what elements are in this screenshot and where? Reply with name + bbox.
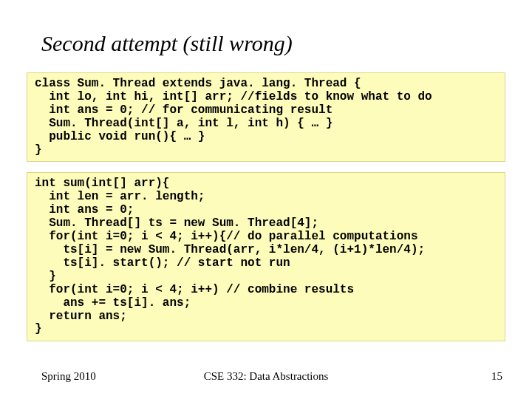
page-title: Second attempt (still wrong) — [41, 31, 505, 56]
code-block-1: class Sum. Thread extends java. lang. Th… — [27, 72, 505, 162]
footer: Spring 2010 CSE 332: Data Abstractions 1… — [0, 370, 532, 383]
footer-left: Spring 2010 — [41, 370, 96, 383]
code-block-2: int sum(int[] arr){ int len = arr. lengt… — [27, 172, 505, 341]
slide: Second attempt (still wrong) class Sum. … — [0, 0, 532, 399]
footer-center: CSE 332: Data Abstractions — [204, 370, 329, 383]
footer-right: 15 — [491, 370, 502, 383]
